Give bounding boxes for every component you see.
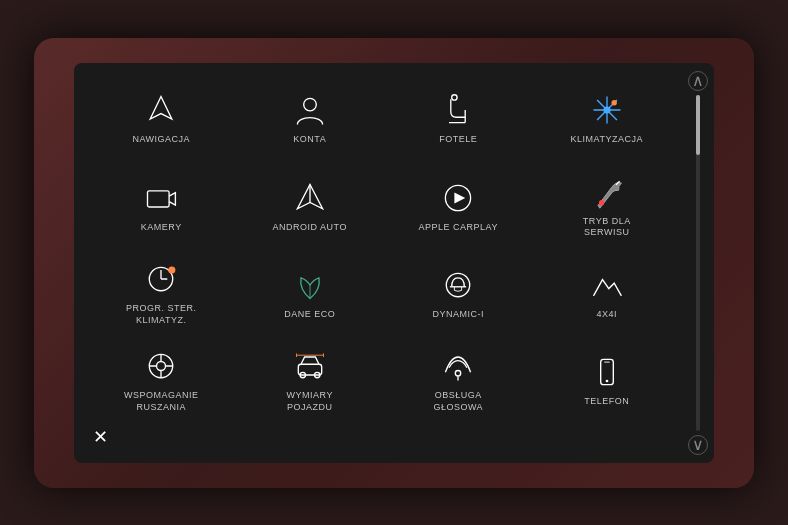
wspomaganie-label: WSPOMAGANIE RUSZANIA — [124, 390, 199, 413]
scroll-down-button[interactable]: ∨ — [688, 435, 708, 455]
voice-icon — [437, 348, 479, 384]
android-auto-label: ANDROID AUTO — [273, 222, 347, 234]
menu-item-nawigacja[interactable]: NAWIGACJA — [89, 78, 234, 161]
menu-item-klimatyzacja[interactable]: KLIMATYZACJA — [535, 78, 680, 161]
menu-item-progr-klim[interactable]: PROGR. STER. KLIMATYZ. — [89, 252, 234, 335]
svg-point-8 — [611, 100, 616, 105]
svg-point-7 — [603, 107, 610, 114]
menu-item-fotele[interactable]: FOTELE — [386, 78, 531, 161]
assist-icon — [140, 348, 182, 384]
menu-item-4x4i[interactable]: 4x4i — [535, 252, 680, 335]
kamery-label: KAMERY — [141, 222, 182, 234]
menu-item-wspomaganie[interactable]: WSPOMAGANIE RUSZANIA — [89, 339, 234, 422]
menu-item-konta[interactable]: KONTA — [238, 78, 383, 161]
camera-icon — [140, 180, 182, 216]
climate-schedule-icon — [140, 261, 182, 297]
dynamic-icon — [437, 267, 479, 303]
tryb-serwis-label: TRYB DLA SERWISU — [583, 216, 631, 239]
close-button[interactable]: ✕ — [86, 423, 114, 451]
outer-frame: NAWIGACJA KONTA — [34, 38, 754, 488]
fotele-label: FOTELE — [439, 134, 477, 146]
konta-label: KONTA — [293, 134, 326, 146]
main-grid: NAWIGACJA KONTA — [84, 73, 699, 453]
seat-icon — [437, 92, 479, 128]
4x4i-label: 4x4i — [596, 309, 617, 321]
apple-carplay-label: APPLE CARPLAY — [419, 222, 498, 234]
carplay-icon — [437, 180, 479, 216]
svg-point-1 — [303, 99, 316, 112]
nawigacja-label: NAWIGACJA — [132, 134, 190, 146]
screen-content: NAWIGACJA KONTA — [74, 63, 714, 463]
android-auto-icon — [289, 180, 331, 216]
menu-item-telefon[interactable]: TELEFON — [535, 339, 680, 422]
progr-klim-label: PROGR. STER. KLIMATYZ. — [126, 303, 197, 326]
menu-item-dynamic-i[interactable]: DYNAMIC-I — [386, 252, 531, 335]
menu-item-apple-carplay[interactable]: APPLE CARPLAY — [386, 165, 531, 248]
menu-item-tryb-serwis[interactable]: TRYB DLA SERWISU — [535, 165, 680, 248]
svg-point-2 — [452, 95, 457, 100]
menu-item-wymiary[interactable]: WYMIARY POJAZDU — [238, 339, 383, 422]
menu-item-glosowa[interactable]: OBSŁUGA GŁOSOWA — [386, 339, 531, 422]
scrollbar-thumb — [696, 95, 700, 155]
telefon-label: TELEFON — [584, 396, 629, 408]
navigation-icon — [140, 92, 182, 128]
person-icon — [289, 92, 331, 128]
svg-point-19 — [168, 266, 175, 273]
dimensions-icon — [289, 348, 331, 384]
svg-marker-0 — [150, 97, 172, 120]
climate-icon — [586, 92, 628, 128]
scroll-up-button[interactable]: ∧ — [688, 71, 708, 91]
svg-point-24 — [157, 362, 166, 371]
scrollbar-track — [696, 95, 700, 431]
screen: NAWIGACJA KONTA — [74, 63, 714, 463]
svg-rect-29 — [298, 364, 321, 375]
klimatyzacja-label: KLIMATYZACJA — [571, 134, 643, 146]
svg-marker-13 — [455, 192, 466, 203]
wymiary-label: WYMIARY POJAZDU — [287, 390, 333, 413]
menu-item-dane-eco[interactable]: DANE ECO — [238, 252, 383, 335]
svg-rect-9 — [148, 190, 170, 206]
dynamic-i-label: DYNAMIC-I — [433, 309, 485, 321]
glosowa-label: OBSŁUGA GŁOSOWA — [433, 390, 483, 413]
eco-icon — [289, 267, 331, 303]
menu-item-kamery[interactable]: KAMERY — [89, 165, 234, 248]
svg-point-21 — [447, 273, 470, 296]
menu-item-android-auto[interactable]: ANDROID AUTO — [238, 165, 383, 248]
service-icon — [586, 174, 628, 210]
svg-point-39 — [605, 380, 608, 383]
dane-eco-label: DANE ECO — [284, 309, 335, 321]
svg-point-14 — [599, 200, 604, 205]
svg-point-35 — [456, 371, 461, 376]
terrain-icon — [586, 267, 628, 303]
phone-icon — [586, 354, 628, 390]
